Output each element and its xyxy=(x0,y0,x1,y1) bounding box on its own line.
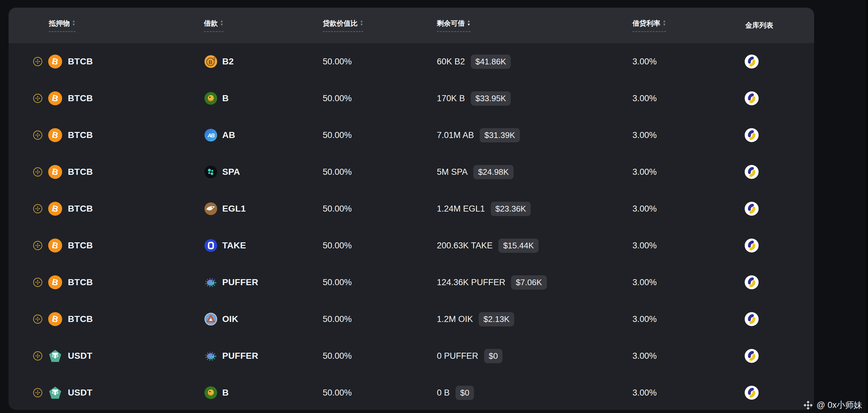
ltv-value: 50.00% xyxy=(323,241,352,250)
available-amount: 124.36K PUFFER xyxy=(437,277,505,287)
b2-icon: B2 xyxy=(205,55,217,68)
btcb-icon: B xyxy=(48,312,62,326)
column-header-available: 剩余可借▲▼ xyxy=(437,19,632,32)
available-amount: 7.01M AB xyxy=(437,130,474,140)
watermark-handle: @ 0x小师妹 xyxy=(817,400,862,411)
borrow-rate-value: 3.00% xyxy=(632,277,657,287)
column-header-vaults: 金库列表 xyxy=(737,21,814,30)
spa-icon xyxy=(205,166,217,178)
vault-icon[interactable] xyxy=(745,91,758,105)
scrollbar-track[interactable] xyxy=(866,0,868,413)
available-amount: 0 PUFFER xyxy=(437,351,478,361)
available-usd-badge: $0 xyxy=(484,349,503,363)
sort-control-collateral[interactable]: 抵押物▲▼ xyxy=(49,19,75,32)
market-row[interactable]: B BTCB B 50.00% 170K B $33.95K 3.00% xyxy=(8,80,814,117)
vault-icon[interactable] xyxy=(745,349,758,363)
collateral-symbol: BTCB xyxy=(68,240,93,250)
borrow-rate-value: 3.00% xyxy=(632,57,657,67)
available-usd-badge: $24.98K xyxy=(473,165,514,179)
borrow-rate-value: 3.00% xyxy=(632,204,657,214)
sort-control-ltv[interactable]: 贷款价值比▲▼ xyxy=(323,19,363,32)
column-label: 贷款价值比 xyxy=(323,19,358,28)
borrow-symbol: EGL1 xyxy=(222,204,246,214)
borrow-symbol: OIK xyxy=(222,314,239,324)
vault-icon[interactable] xyxy=(745,275,758,289)
available-usd-badge: $15.44K xyxy=(498,239,538,253)
usdt-icon xyxy=(48,386,62,400)
btcb-icon: B xyxy=(48,165,62,179)
available-amount: 60K B2 xyxy=(437,57,465,67)
available-amount: 1.2M OIK xyxy=(437,314,473,324)
ltv-value: 50.00% xyxy=(323,94,352,104)
bnb-chain-badge-icon xyxy=(33,94,42,103)
available-amount: 5M SPA xyxy=(437,167,468,177)
ltv-value: 50.00% xyxy=(323,351,352,361)
label-vaults: 金库列表 xyxy=(745,21,773,30)
market-row[interactable]: B BTCB AB AB 50.00% 7.01M AB $31.39K 3.0… xyxy=(8,117,814,153)
sort-control-available[interactable]: 剩余可借▲▼ xyxy=(437,19,470,32)
sort-control-borrow[interactable]: 借款▲▼ xyxy=(204,19,223,32)
collateral-symbol: BTCB xyxy=(68,130,93,140)
ltv-value: 50.00% xyxy=(323,388,352,398)
ltv-value: 50.00% xyxy=(323,130,352,140)
sort-arrows-icon: ▲▼ xyxy=(360,19,363,26)
available-usd-badge: $41.86K xyxy=(471,55,511,69)
sort-arrows-icon: ▲▼ xyxy=(220,19,223,26)
available-usd-badge: $33.95K xyxy=(471,91,511,106)
column-label: 抵押物 xyxy=(49,19,70,28)
borrow-rate-value: 3.00% xyxy=(632,351,657,361)
available-usd-badge: $0 xyxy=(456,386,474,400)
available-amount: 200.63K TAKE xyxy=(437,241,493,250)
collateral-symbol: BTCB xyxy=(68,56,93,67)
collateral-symbol: BTCB xyxy=(68,93,93,104)
puffer-icon xyxy=(205,350,217,362)
vault-icon[interactable] xyxy=(745,386,758,400)
sort-control-rate[interactable]: 借贷利率▲▼ xyxy=(632,19,666,32)
collateral-symbol: BTCB xyxy=(68,277,93,287)
collateral-symbol: BTCB xyxy=(68,167,93,177)
vault-icon[interactable] xyxy=(745,239,758,253)
borrow-symbol: PUFFER xyxy=(222,351,258,361)
market-row[interactable]: B BTCB TAKE 50.00% 200.63K TAKE $15.44K … xyxy=(8,227,814,264)
vault-icon[interactable] xyxy=(745,312,758,326)
ltv-value: 50.00% xyxy=(323,167,352,177)
column-header-collateral: 抵押物▲▼ xyxy=(8,19,204,32)
vault-icon[interactable] xyxy=(745,128,758,142)
sort-arrows-icon: ▲▼ xyxy=(467,19,470,26)
available-usd-badge: $2.13K xyxy=(479,312,514,326)
collateral-symbol: USDT xyxy=(68,388,92,398)
b-icon xyxy=(205,386,217,399)
market-row[interactable]: B BTCB SPA 50.00% 5M SPA $24.98K 3.00% xyxy=(8,153,814,190)
borrow-rate-value: 3.00% xyxy=(632,314,657,324)
bnb-chain-badge-icon xyxy=(33,57,42,66)
market-row[interactable]: B BTCB EGL1 50.00% 1.24M EGL1 $23.36K 3.… xyxy=(8,190,814,227)
column-label: 剩余可借 xyxy=(437,19,465,28)
svg-text:AB: AB xyxy=(207,132,215,139)
usdt-icon xyxy=(48,349,62,363)
b-icon xyxy=(205,92,217,105)
borrow-rate-value: 3.00% xyxy=(632,388,657,398)
borrow-rate-value: 3.00% xyxy=(632,167,657,177)
market-row[interactable]: B BTCB OIK 50.00% 1.2M OIK $2.13K 3.00% xyxy=(8,301,814,337)
lending-markets-table: 抵押物▲▼借款▲▼贷款价值比▲▼剩余可借▲▼借贷利率▲▼金库列表 B BTCB … xyxy=(8,8,814,410)
borrow-symbol: PUFFER xyxy=(222,277,258,287)
market-row[interactable]: B BTCB B2 B2 50.00% 60K B2 $41.86K 3.00% xyxy=(8,43,814,80)
bnb-chain-badge-icon xyxy=(33,241,42,250)
collateral-symbol: BTCB xyxy=(68,314,93,324)
market-row[interactable]: USDT B 50.00% 0 B $0 3.00% xyxy=(8,374,814,410)
collateral-symbol: BTCB xyxy=(68,204,93,214)
bnb-chain-badge-icon xyxy=(33,277,42,287)
market-row[interactable]: USDT PUFFER 50.00% 0 PUFFER $0 3.00% xyxy=(8,337,814,374)
vault-icon[interactable] xyxy=(745,202,758,216)
borrow-rate-value: 3.00% xyxy=(632,130,657,140)
btcb-icon: B xyxy=(48,128,62,142)
bnb-chain-badge-icon xyxy=(33,351,42,361)
vault-icon[interactable] xyxy=(745,55,758,68)
watermark: @ 0x小师妹 xyxy=(803,400,862,411)
ltv-value: 50.00% xyxy=(323,277,352,287)
market-row[interactable]: B BTCB PUFFER 50.00% 124.36K PUFFER $7.0… xyxy=(8,264,814,301)
available-usd-badge: $7.06K xyxy=(511,275,547,290)
vault-icon[interactable] xyxy=(745,165,758,179)
bnb-chain-badge-icon xyxy=(33,130,42,140)
bnb-chain-badge-icon xyxy=(33,314,42,324)
